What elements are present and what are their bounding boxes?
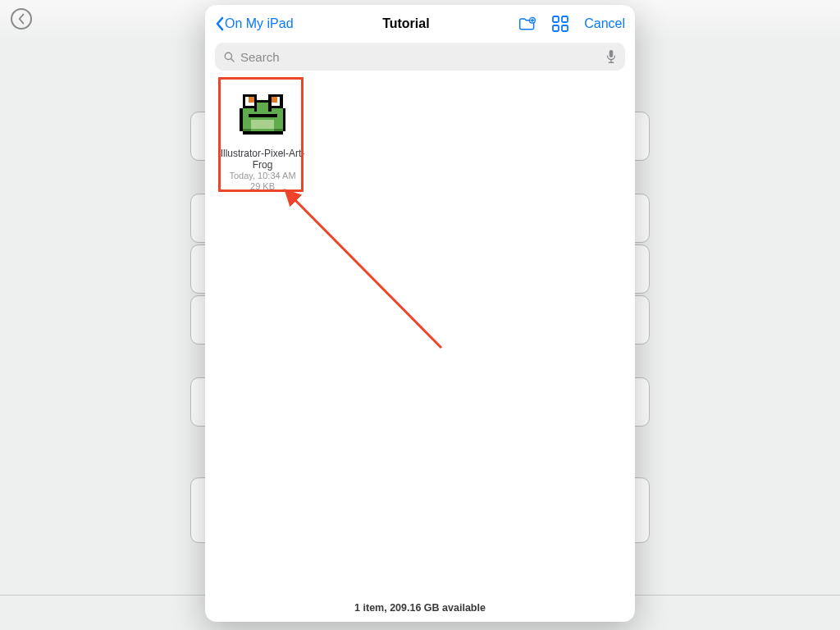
svg-rect-30 [249, 114, 277, 117]
back-button[interactable]: On My iPad [215, 16, 294, 31]
svg-rect-17 [280, 97, 283, 106]
svg-rect-12 [243, 94, 258, 98]
svg-line-35 [294, 199, 441, 348]
file-grid[interactable]: Illustrator-Pixel-Art-Frog Today, 10:34 … [205, 77, 635, 594]
annotation-arrow [277, 184, 458, 364]
microphone-icon[interactable] [605, 49, 617, 64]
cancel-button[interactable]: Cancel [584, 16, 625, 31]
svg-rect-24 [283, 108, 286, 131]
sheet-header: On My iPad Tutorial Cancel [205, 5, 635, 43]
svg-rect-5 [553, 25, 559, 31]
svg-rect-6 [562, 25, 568, 31]
svg-rect-20 [249, 97, 254, 103]
footer-status: 1 item, 209.16 GB available [205, 594, 635, 622]
file-picker-sheet: On My iPad Tutorial Cancel [205, 5, 635, 622]
svg-rect-15 [254, 97, 258, 106]
svg-rect-31 [254, 108, 258, 112]
file-thumbnail [234, 85, 291, 143]
file-date: Today, 10:34 AM [229, 171, 295, 181]
svg-rect-23 [240, 108, 243, 131]
back-circle-button[interactable] [11, 8, 32, 30]
page-title: Tutorial [294, 16, 519, 31]
svg-rect-4 [562, 16, 568, 22]
svg-rect-33 [243, 129, 252, 132]
file-item[interactable]: Illustrator-Pixel-Art-Frog Today, 10:34 … [220, 85, 305, 192]
svg-rect-34 [274, 129, 283, 132]
search-bar[interactable] [215, 43, 625, 71]
svg-point-7 [225, 52, 231, 59]
svg-rect-9 [609, 50, 614, 57]
grid-icon [551, 15, 569, 33]
chevron-left-icon [215, 16, 225, 31]
file-size: 29 KB [250, 181, 275, 192]
search-icon [223, 51, 235, 63]
svg-rect-14 [243, 97, 246, 106]
search-input[interactable] [240, 50, 600, 64]
svg-line-8 [231, 58, 234, 61]
back-label: On My iPad [225, 16, 294, 31]
svg-rect-21 [272, 97, 277, 103]
svg-rect-27 [257, 103, 268, 108]
svg-rect-25 [243, 131, 283, 135]
svg-rect-3 [553, 16, 559, 22]
svg-rect-28 [257, 100, 268, 103]
new-folder-button[interactable] [518, 15, 536, 33]
svg-rect-32 [268, 108, 272, 112]
chevron-left-icon [17, 13, 25, 25]
svg-rect-13 [268, 94, 283, 98]
file-name: Illustrator-Pixel-Art-Frog [220, 148, 305, 171]
svg-rect-16 [268, 97, 272, 106]
search-bar-container [205, 43, 635, 77]
folder-plus-icon [518, 15, 536, 33]
frog-pixel-icon [240, 91, 285, 137]
svg-rect-29 [251, 120, 274, 129]
view-grid-button[interactable] [551, 15, 569, 33]
